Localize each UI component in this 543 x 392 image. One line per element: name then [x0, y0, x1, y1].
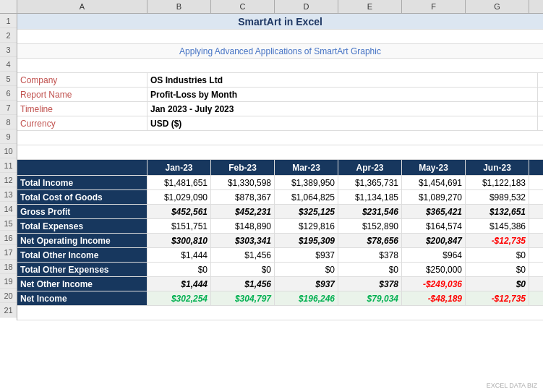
spreadsheet: A B C D E F G 1 2 3 4 5 6 7 8 9 10 11 12… [0, 0, 543, 392]
total-cogs-feb: $878,367 [211, 190, 275, 204]
net-other-income-label: Net Other Income [17, 277, 147, 291]
total-expenses-jun: $145,386 [466, 219, 529, 233]
total-expenses-row: Total Expenses $151,751 $148,890 $129,81… [17, 219, 543, 234]
data-header-row: Jan-23 Feb-23 Mar-23 Apr-23 May-23 Jun-2… [17, 160, 543, 176]
net-operating-income-row: Net Operating Income $300,810 $303,341 $… [17, 234, 543, 248]
total-expenses-may: $164,574 [402, 219, 466, 233]
total-expenses-feb: $148,890 [211, 219, 275, 233]
header-feb: Feb-23 [211, 160, 275, 175]
net-income-row: Net Income $302,254 $304,797 $196,246 $7… [17, 291, 543, 306]
net-other-jan: $1,444 [147, 277, 211, 291]
row-num-1: 1 [0, 14, 17, 28]
title-row: SmartArt in Excel [17, 14, 543, 30]
net-op-feb: $303,341 [211, 234, 275, 247]
cell-b4 [17, 59, 543, 72]
gross-profit-feb: $452,231 [211, 205, 275, 218]
row-numbers: 1 2 3 4 5 6 7 8 9 10 11 12 13 14 15 16 1… [0, 14, 17, 320]
total-income-jan: $1,481,651 [147, 176, 211, 189]
row-num-20: 20 [0, 289, 17, 303]
total-income-feb: $1,330,598 [211, 176, 275, 189]
other-income-jan: $1,444 [147, 248, 211, 262]
col-header-b: B [147, 0, 211, 13]
other-exp-may: $250,000 [402, 263, 466, 276]
cell-b10 [17, 145, 543, 159]
company-label: Company [17, 73, 147, 87]
timeline-row: Timeline Jan 2023 - July 2023 [17, 102, 543, 116]
other-income-mar: $937 [275, 248, 338, 262]
net-income-may: -$48,189 [402, 291, 466, 305]
row-num-19: 19 [0, 274, 17, 289]
row-num-5: 5 [0, 72, 17, 86]
total-other-income-row: Total Other Income $1,444 $1,456 $937 $3… [17, 248, 543, 263]
corner-cell [0, 0, 17, 13]
header-apr: Apr-23 [338, 160, 402, 175]
row-num-13: 13 [0, 187, 17, 202]
total-income-row: Total Income $1,481,651 $1,330,598 $1,38… [17, 176, 543, 190]
spreadsheet-subtitle: Applying Advanced Applications of SmartA… [17, 44, 543, 58]
net-op-mar: $195,309 [275, 234, 338, 247]
net-op-jan: $300,810 [147, 234, 211, 247]
total-other-income-label: Total Other Income [17, 248, 147, 262]
other-income-feb: $1,456 [211, 248, 275, 262]
total-cogs-label: Total Cost of Goods [17, 190, 147, 204]
gross-profit-jun: $132,651 [466, 205, 529, 218]
report-value: Profit-Loss by Month [147, 88, 538, 101]
total-cogs-jun: $989,532 [466, 190, 529, 204]
net-op-jun: -$12,735 [466, 234, 529, 247]
total-cogs-may: $1,089,270 [402, 190, 466, 204]
col-header-d: D [275, 0, 338, 13]
col-header-a: A [17, 0, 147, 13]
row-num-3: 3 [0, 43, 17, 57]
net-other-mar: $937 [275, 277, 338, 291]
total-other-expenses-row: Total Other Expenses $0 $0 $0 $0 $250,00… [17, 263, 543, 277]
net-other-income-row: Net Other Income $1,444 $1,456 $937 $378… [17, 277, 543, 291]
timeline-label: Timeline [17, 102, 147, 116]
row-num-11: 11 [0, 158, 17, 173]
net-income-apr: $79,034 [338, 291, 402, 305]
net-other-feb: $1,456 [211, 277, 275, 291]
row-num-17: 17 [0, 245, 17, 260]
other-exp-jan: $0 [147, 263, 211, 276]
col-header-e: E [338, 0, 402, 13]
gross-profit-mar: $325,125 [275, 205, 338, 218]
currency-row: Currency USD ($) [17, 116, 543, 131]
row-num-7: 7 [0, 101, 17, 115]
row-num-2: 2 [0, 28, 17, 43]
total-cogs-apr: $1,134,185 [338, 190, 402, 204]
company-row: Company OS Industries Ltd [17, 73, 543, 88]
total-expenses-mar: $129,816 [275, 219, 338, 233]
cell-b21 [17, 306, 543, 320]
total-cogs-mar: $1,064,825 [275, 190, 338, 204]
company-value: OS Industries Ltd [147, 73, 538, 87]
net-op-may: $200,847 [402, 234, 466, 247]
row-num-9: 9 [0, 129, 17, 144]
gross-profit-label: Gross Profit [17, 205, 147, 218]
currency-value: USD ($) [147, 116, 538, 130]
col-header-g: G [466, 0, 529, 13]
row-num-15: 15 [0, 216, 17, 231]
currency-label: Currency [17, 116, 147, 130]
gross-profit-row: Gross Profit $452,561 $452,231 $325,125 … [17, 205, 543, 219]
other-income-apr: $378 [338, 248, 402, 262]
header-may: May-23 [402, 160, 466, 175]
report-row: Report Name Profit-Loss by Month [17, 88, 543, 102]
row-num-6: 6 [0, 86, 17, 101]
net-operating-income-label: Net Operating Income [17, 234, 147, 247]
header-jan: Jan-23 [147, 160, 211, 175]
net-income-feb: $304,797 [211, 291, 275, 305]
grid: SmartArt in Excel Applying Advanced Appl… [17, 14, 543, 320]
net-income-jun: -$12,735 [466, 291, 529, 305]
net-income-jan: $302,254 [147, 291, 211, 305]
net-other-may: -$249,036 [402, 277, 466, 291]
spreadsheet-body: 1 2 3 4 5 6 7 8 9 10 11 12 13 14 15 16 1… [0, 14, 543, 320]
row-num-12: 12 [0, 173, 17, 187]
total-income-jun: $1,122,183 [466, 176, 529, 189]
col-header-row: A B C D E F G [0, 0, 543, 14]
total-income-may: $1,454,691 [402, 176, 466, 189]
total-expenses-apr: $152,890 [338, 219, 402, 233]
total-cogs-row: Total Cost of Goods $1,029,090 $878,367 … [17, 190, 543, 205]
cell-b2 [17, 30, 543, 43]
spreadsheet-title: SmartArt in Excel [17, 14, 543, 29]
total-income-mar: $1,389,950 [275, 176, 338, 189]
total-cogs-jan: $1,029,090 [147, 190, 211, 204]
